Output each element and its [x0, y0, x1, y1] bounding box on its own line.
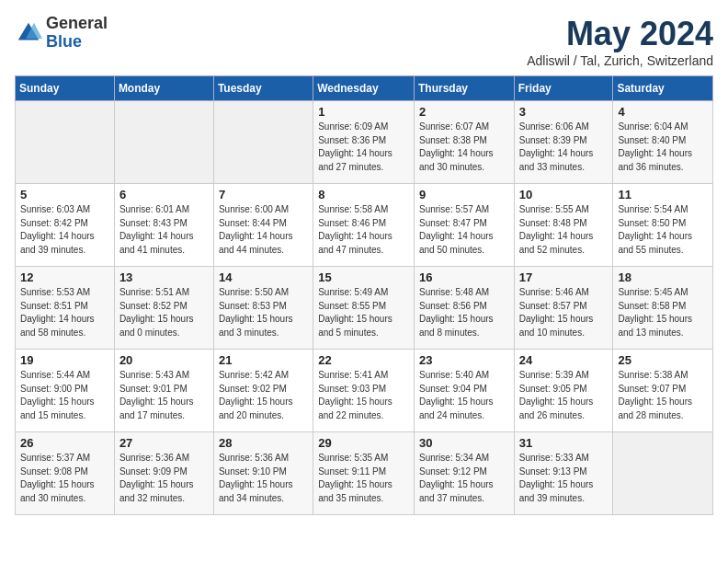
- calendar-cell: 10Sunrise: 5:55 AM Sunset: 8:48 PM Dayli…: [514, 184, 613, 267]
- calendar-cell: 24Sunrise: 5:39 AM Sunset: 9:05 PM Dayli…: [514, 350, 613, 432]
- calendar-cell: 2Sunrise: 6:07 AM Sunset: 8:38 PM Daylig…: [414, 101, 514, 184]
- day-info: Sunrise: 5:34 AM Sunset: 9:12 PM Dayligh…: [419, 452, 509, 505]
- calendar-week-row: 5Sunrise: 6:03 AM Sunset: 8:42 PM Daylig…: [16, 184, 713, 267]
- day-info: Sunrise: 6:03 AM Sunset: 8:42 PM Dayligh…: [20, 203, 109, 257]
- day-info: Sunrise: 5:33 AM Sunset: 9:13 PM Dayligh…: [519, 452, 609, 505]
- calendar-cell: 5Sunrise: 6:03 AM Sunset: 8:42 PM Daylig…: [16, 184, 115, 267]
- calendar-cell: 19Sunrise: 5:44 AM Sunset: 9:00 PM Dayli…: [16, 350, 115, 432]
- calendar-cell: 25Sunrise: 5:38 AM Sunset: 9:07 PM Dayli…: [613, 350, 713, 432]
- day-number: 31: [519, 436, 609, 450]
- calendar-cell: 7Sunrise: 6:00 AM Sunset: 8:44 PM Daylig…: [213, 184, 313, 267]
- calendar-cell: [613, 432, 713, 515]
- day-number: 23: [419, 353, 509, 367]
- calendar-cell: 18Sunrise: 5:45 AM Sunset: 8:58 PM Dayli…: [613, 267, 713, 350]
- day-info: Sunrise: 5:46 AM Sunset: 8:57 PM Dayligh…: [519, 286, 609, 339]
- calendar-cell: 22Sunrise: 5:41 AM Sunset: 9:03 PM Dayli…: [313, 350, 415, 432]
- calendar-cell: 20Sunrise: 5:43 AM Sunset: 9:01 PM Dayli…: [114, 350, 213, 432]
- day-number: 1: [318, 105, 409, 119]
- day-info: Sunrise: 6:07 AM Sunset: 8:38 PM Dayligh…: [419, 121, 509, 174]
- calendar-subtitle: Adliswil / Tal, Zurich, Switzerland: [527, 53, 713, 68]
- calendar-cell: 13Sunrise: 5:51 AM Sunset: 8:52 PM Dayli…: [114, 267, 213, 350]
- calendar-cell: 12Sunrise: 5:53 AM Sunset: 8:51 PM Dayli…: [16, 267, 115, 350]
- day-info: Sunrise: 5:37 AM Sunset: 9:08 PM Dayligh…: [20, 452, 109, 505]
- day-number: 15: [318, 270, 409, 284]
- day-number: 22: [318, 353, 409, 367]
- day-info: Sunrise: 5:41 AM Sunset: 9:03 PM Dayligh…: [318, 369, 409, 422]
- calendar-cell: 4Sunrise: 6:04 AM Sunset: 8:40 PM Daylig…: [613, 101, 713, 184]
- day-number: 5: [20, 188, 109, 201]
- day-info: Sunrise: 5:36 AM Sunset: 9:10 PM Dayligh…: [219, 452, 308, 505]
- day-number: 16: [419, 270, 509, 284]
- weekday-header: Friday: [514, 76, 613, 101]
- calendar-week-row: 19Sunrise: 5:44 AM Sunset: 9:00 PM Dayli…: [16, 350, 713, 432]
- calendar-week-row: 1Sunrise: 6:09 AM Sunset: 8:36 PM Daylig…: [16, 101, 713, 184]
- calendar-cell: 1Sunrise: 6:09 AM Sunset: 8:36 PM Daylig…: [313, 101, 415, 184]
- day-info: Sunrise: 5:38 AM Sunset: 9:07 PM Dayligh…: [618, 369, 708, 422]
- day-info: Sunrise: 5:42 AM Sunset: 9:02 PM Dayligh…: [219, 369, 308, 422]
- day-number: 6: [119, 188, 209, 201]
- day-info: Sunrise: 6:06 AM Sunset: 8:39 PM Dayligh…: [519, 121, 609, 174]
- calendar-cell: 29Sunrise: 5:35 AM Sunset: 9:11 PM Dayli…: [313, 432, 415, 515]
- calendar-cell: 16Sunrise: 5:48 AM Sunset: 8:56 PM Dayli…: [414, 267, 514, 350]
- day-info: Sunrise: 5:45 AM Sunset: 8:58 PM Dayligh…: [618, 286, 708, 339]
- day-info: Sunrise: 5:35 AM Sunset: 9:11 PM Dayligh…: [318, 452, 409, 505]
- calendar-cell: 27Sunrise: 5:36 AM Sunset: 9:09 PM Dayli…: [114, 432, 213, 515]
- calendar-cell: 21Sunrise: 5:42 AM Sunset: 9:02 PM Dayli…: [213, 350, 313, 432]
- day-info: Sunrise: 6:01 AM Sunset: 8:43 PM Dayligh…: [119, 203, 209, 257]
- day-number: 20: [119, 353, 209, 367]
- day-info: Sunrise: 5:43 AM Sunset: 9:01 PM Dayligh…: [119, 369, 209, 422]
- day-number: 19: [20, 353, 109, 367]
- calendar-cell: 26Sunrise: 5:37 AM Sunset: 9:08 PM Dayli…: [16, 432, 115, 515]
- calendar-cell: 9Sunrise: 5:57 AM Sunset: 8:47 PM Daylig…: [414, 184, 514, 267]
- day-number: 26: [20, 436, 109, 450]
- day-number: 11: [618, 188, 708, 201]
- logo-blue: Blue: [46, 33, 108, 52]
- calendar-cell: 30Sunrise: 5:34 AM Sunset: 9:12 PM Dayli…: [414, 432, 514, 515]
- weekday-header: Wednesday: [313, 76, 415, 101]
- day-number: 28: [219, 436, 308, 450]
- day-number: 17: [519, 270, 609, 284]
- calendar-title: May 2024: [527, 15, 713, 53]
- page-header: General Blue May 2024 Adliswil / Tal, Zu…: [15, 15, 713, 68]
- calendar-cell: 3Sunrise: 6:06 AM Sunset: 8:39 PM Daylig…: [514, 101, 613, 184]
- calendar-table: SundayMondayTuesdayWednesdayThursdayFrid…: [15, 75, 713, 515]
- day-info: Sunrise: 5:49 AM Sunset: 8:55 PM Dayligh…: [318, 286, 409, 339]
- day-number: 30: [419, 436, 509, 450]
- day-number: 18: [618, 270, 708, 284]
- day-info: Sunrise: 5:39 AM Sunset: 9:05 PM Dayligh…: [519, 369, 609, 422]
- calendar-cell: 6Sunrise: 6:01 AM Sunset: 8:43 PM Daylig…: [114, 184, 213, 267]
- day-number: 3: [519, 105, 609, 119]
- day-info: Sunrise: 5:40 AM Sunset: 9:04 PM Dayligh…: [419, 369, 509, 422]
- day-number: 8: [318, 188, 409, 201]
- calendar-cell: [213, 101, 313, 184]
- day-number: 27: [119, 436, 209, 450]
- logo: General Blue: [15, 15, 108, 52]
- title-block: May 2024 Adliswil / Tal, Zurich, Switzer…: [527, 15, 713, 68]
- day-info: Sunrise: 5:58 AM Sunset: 8:46 PM Dayligh…: [318, 203, 409, 257]
- day-info: Sunrise: 5:54 AM Sunset: 8:50 PM Dayligh…: [618, 203, 708, 257]
- weekday-header: Saturday: [613, 76, 713, 101]
- calendar-cell: 23Sunrise: 5:40 AM Sunset: 9:04 PM Dayli…: [414, 350, 514, 432]
- calendar-cell: 11Sunrise: 5:54 AM Sunset: 8:50 PM Dayli…: [613, 184, 713, 267]
- day-number: 12: [20, 270, 109, 284]
- logo-icon: [15, 19, 42, 47]
- weekday-header: Sunday: [16, 76, 115, 101]
- calendar-week-row: 12Sunrise: 5:53 AM Sunset: 8:51 PM Dayli…: [16, 267, 713, 350]
- day-number: 2: [419, 105, 509, 119]
- day-number: 7: [219, 188, 308, 201]
- day-info: Sunrise: 6:00 AM Sunset: 8:44 PM Dayligh…: [219, 203, 308, 257]
- day-info: Sunrise: 5:51 AM Sunset: 8:52 PM Dayligh…: [119, 286, 209, 339]
- day-info: Sunrise: 5:48 AM Sunset: 8:56 PM Dayligh…: [419, 286, 509, 339]
- day-number: 21: [219, 353, 308, 367]
- logo-general: General: [46, 15, 108, 33]
- calendar-week-row: 26Sunrise: 5:37 AM Sunset: 9:08 PM Dayli…: [16, 432, 713, 515]
- day-number: 25: [618, 353, 708, 367]
- calendar-cell: [16, 101, 115, 184]
- weekday-header: Monday: [114, 76, 213, 101]
- day-info: Sunrise: 6:09 AM Sunset: 8:36 PM Dayligh…: [318, 121, 409, 174]
- calendar-cell: [114, 101, 213, 184]
- day-info: Sunrise: 5:53 AM Sunset: 8:51 PM Dayligh…: [20, 286, 109, 339]
- day-info: Sunrise: 5:44 AM Sunset: 9:00 PM Dayligh…: [20, 369, 109, 422]
- day-info: Sunrise: 5:50 AM Sunset: 8:53 PM Dayligh…: [219, 286, 308, 339]
- calendar-cell: 14Sunrise: 5:50 AM Sunset: 8:53 PM Dayli…: [213, 267, 313, 350]
